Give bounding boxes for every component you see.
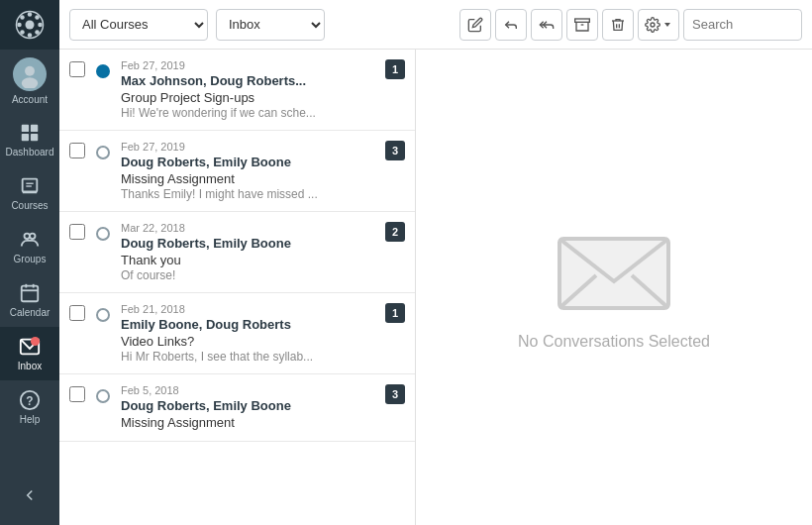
message-body: Mar 22, 2018 Doug Roberts, Emily Boone T… bbox=[121, 222, 405, 282]
message-preview: Hi Mr Roberts, I see that the syllab... bbox=[121, 350, 405, 364]
reply-all-button[interactable] bbox=[531, 9, 562, 41]
sidebar-logo bbox=[0, 0, 59, 50]
svg-point-5 bbox=[38, 23, 43, 28]
message-avatar bbox=[93, 224, 113, 244]
read-indicator bbox=[96, 389, 110, 403]
sidebar-item-label: Dashboard bbox=[6, 147, 54, 158]
sidebar-item-label: Calendar bbox=[10, 307, 51, 318]
message-item[interactable]: Feb 21, 2018 Emily Boone, Doug Roberts V… bbox=[59, 293, 415, 374]
message-sender: Doug Roberts, Emily Boone bbox=[121, 236, 405, 251]
sidebar-item-dashboard[interactable]: Dashboard bbox=[0, 113, 59, 166]
svg-point-3 bbox=[28, 33, 33, 38]
svg-rect-23 bbox=[22, 286, 39, 302]
message-avatar bbox=[93, 386, 113, 406]
svg-text:?: ? bbox=[26, 394, 33, 408]
message-sender: Emily Boone, Doug Roberts bbox=[121, 317, 405, 332]
delete-button[interactable] bbox=[602, 9, 634, 41]
sidebar-item-label: Help bbox=[20, 414, 41, 425]
read-indicator bbox=[96, 227, 110, 241]
settings-button[interactable] bbox=[638, 9, 679, 41]
svg-point-28 bbox=[31, 337, 40, 346]
svg-rect-31 bbox=[575, 19, 590, 22]
message-preview: Of course! bbox=[121, 268, 405, 282]
sidebar-item-label: Account bbox=[12, 94, 48, 105]
empty-state: No Conversations Selected bbox=[416, 50, 812, 525]
toolbar-icons bbox=[459, 9, 802, 41]
main-content: All Courses Inbox bbox=[59, 0, 812, 525]
message-body: Feb 27, 2019 Doug Roberts, Emily Boone M… bbox=[121, 141, 405, 201]
message-badge: 1 bbox=[385, 303, 405, 323]
sidebar-item-groups[interactable]: Groups bbox=[0, 220, 59, 273]
svg-rect-20 bbox=[23, 192, 38, 194]
message-subject: Missing Assignment bbox=[121, 171, 405, 186]
message-avatar bbox=[93, 61, 113, 81]
svg-point-8 bbox=[35, 15, 40, 20]
message-avatar bbox=[93, 143, 113, 162]
message-badge: 2 bbox=[385, 222, 405, 242]
message-checkbox[interactable] bbox=[69, 305, 85, 321]
empty-state-text: No Conversations Selected bbox=[518, 333, 710, 351]
message-item[interactable]: Feb 5, 2018 Doug Roberts, Emily Boone Mi… bbox=[59, 374, 415, 442]
sidebar-item-label: Courses bbox=[11, 200, 48, 211]
svg-point-1 bbox=[26, 21, 35, 30]
message-checkbox[interactable] bbox=[69, 143, 85, 158]
message-sender: Doug Roberts, Emily Boone bbox=[121, 398, 405, 413]
message-item[interactable]: Mar 22, 2018 Doug Roberts, Emily Boone T… bbox=[59, 212, 415, 293]
svg-point-6 bbox=[20, 15, 25, 20]
message-subject: Video Links? bbox=[121, 334, 405, 349]
message-date: Feb 5, 2018 bbox=[121, 384, 405, 396]
read-indicator bbox=[96, 146, 110, 159]
compose-button[interactable] bbox=[459, 9, 491, 41]
unread-indicator bbox=[96, 64, 110, 78]
message-item[interactable]: Feb 27, 2019 Max Johnson, Doug Roberts..… bbox=[59, 50, 415, 131]
svg-rect-14 bbox=[31, 125, 38, 132]
svg-point-9 bbox=[20, 30, 25, 35]
message-subject: Group Project Sign-ups bbox=[121, 90, 405, 105]
message-subject: Thank you bbox=[121, 253, 405, 267]
svg-rect-13 bbox=[22, 125, 29, 132]
svg-rect-17 bbox=[23, 179, 38, 192]
sidebar-item-courses[interactable]: Courses bbox=[0, 166, 59, 220]
svg-point-22 bbox=[30, 234, 36, 240]
read-indicator bbox=[96, 308, 110, 322]
svg-rect-16 bbox=[31, 134, 38, 141]
sidebar: Account Dashboard Courses Groups Calenda… bbox=[0, 0, 59, 525]
message-body: Feb 21, 2018 Emily Boone, Doug Roberts V… bbox=[121, 303, 405, 364]
svg-rect-15 bbox=[22, 134, 29, 141]
message-badge: 3 bbox=[385, 384, 405, 404]
message-badge: 1 bbox=[385, 59, 405, 79]
message-preview: Thanks Emily! I might have missed ... bbox=[121, 187, 405, 201]
svg-point-7 bbox=[35, 30, 40, 35]
sidebar-item-calendar[interactable]: Calendar bbox=[0, 273, 59, 327]
reply-button[interactable] bbox=[495, 9, 527, 41]
sidebar-item-inbox[interactable]: Inbox bbox=[0, 327, 59, 380]
sidebar-bottom bbox=[0, 475, 59, 525]
message-item[interactable]: Feb 27, 2019 Doug Roberts, Emily Boone M… bbox=[59, 131, 415, 212]
message-sender: Doug Roberts, Emily Boone bbox=[121, 155, 405, 169]
courses-select[interactable]: All Courses bbox=[69, 9, 208, 41]
svg-marker-34 bbox=[664, 23, 670, 27]
message-date: Feb 21, 2018 bbox=[121, 303, 405, 315]
sidebar-item-label: Groups bbox=[14, 254, 47, 264]
collapse-button[interactable] bbox=[0, 475, 59, 515]
svg-point-33 bbox=[651, 23, 655, 27]
message-subject: Missing Assignment bbox=[121, 415, 405, 430]
avatar bbox=[13, 57, 47, 91]
archive-button[interactable] bbox=[566, 9, 598, 41]
body-area: Feb 27, 2019 Max Johnson, Doug Roberts..… bbox=[59, 50, 812, 525]
message-date: Feb 27, 2019 bbox=[121, 141, 405, 153]
message-checkbox[interactable] bbox=[69, 61, 85, 77]
message-date: Mar 22, 2018 bbox=[121, 222, 405, 234]
svg-point-2 bbox=[28, 12, 33, 17]
message-date: Feb 27, 2019 bbox=[121, 59, 405, 71]
message-checkbox[interactable] bbox=[69, 386, 85, 402]
svg-point-4 bbox=[17, 23, 22, 28]
message-checkbox[interactable] bbox=[69, 224, 85, 240]
inbox-select[interactable]: Inbox bbox=[216, 9, 325, 41]
message-body: Feb 5, 2018 Doug Roberts, Emily Boone Mi… bbox=[121, 384, 405, 431]
message-preview: Hi! We're wondering if we can sche... bbox=[121, 106, 405, 120]
search-input[interactable] bbox=[683, 9, 802, 41]
sidebar-item-account[interactable]: Account bbox=[0, 50, 59, 113]
sidebar-item-help[interactable]: ? Help bbox=[0, 380, 59, 434]
message-list: Feb 27, 2019 Max Johnson, Doug Roberts..… bbox=[59, 50, 416, 525]
